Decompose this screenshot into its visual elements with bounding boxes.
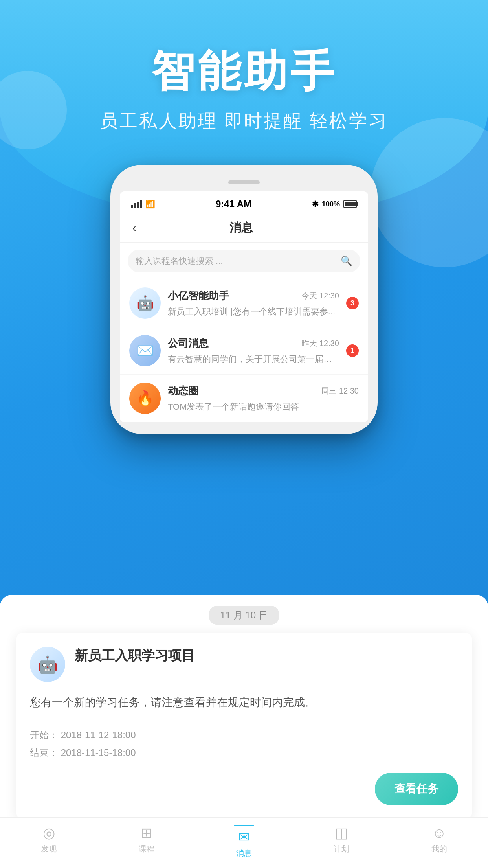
phone-speaker [228, 180, 260, 184]
battery-percent: 100% [322, 200, 340, 208]
message-content-0: 小亿智能助手 今天 12:30 新员工入职培训 |您有一个线下培训需要参... [168, 289, 339, 318]
message-name-1: 公司消息 [168, 337, 209, 350]
nav-label-discover: 发现 [41, 844, 57, 854]
hero-title: 智能助手 [0, 47, 488, 95]
nav-label-courses: 课程 [139, 844, 154, 854]
avatar-fire: 🔥 [129, 383, 161, 414]
message-time-2: 周三 12:30 [321, 386, 359, 396]
message-content-1: 公司消息 昨天 12:30 有云智慧的同学们，关于开展公司第一届上... [168, 337, 339, 365]
wifi-icon: 📶 [145, 199, 155, 209]
notif-start: 开始： 2018-11-12-18:00 [30, 726, 458, 744]
notif-card-title: 新员工入职学习项目 [75, 647, 195, 664]
nav-label-mine: 我的 [431, 844, 447, 854]
phone-screen: 📶 9:41 AM ✱ 100% ‹ 消息 输入课程名快速搜 [120, 191, 368, 422]
hero-subtitle: 员工私人助理 即时提醒 轻松学习 [0, 109, 488, 133]
signal-bars-icon [131, 200, 142, 208]
date-badge: 11 月 10 日 [0, 595, 488, 633]
notif-end-label: 结束： [30, 747, 58, 758]
notif-start-value: 2018-11-12-18:00 [61, 730, 136, 740]
nav-item-discover[interactable]: ◎ 发现 [0, 818, 97, 868]
hero-section: 智能助手 员工私人助理 即时提醒 轻松学习 [0, 0, 488, 133]
badge-0: 3 [346, 297, 359, 309]
bluetooth-icon: ✱ [312, 199, 319, 209]
phone-mockup: 📶 9:41 AM ✱ 100% ‹ 消息 输入课程名快速搜 [110, 165, 378, 434]
nav-label-messages: 消息 [236, 848, 252, 859]
nav-active-indicator [234, 825, 254, 826]
signal-bar-2 [134, 203, 136, 208]
status-right: ✱ 100% [312, 199, 357, 209]
signal-bar-4 [140, 200, 142, 208]
courses-icon: ⊞ [141, 825, 152, 841]
status-left: 📶 [131, 199, 155, 209]
mine-icon: ☺ [432, 825, 446, 841]
nav-label-plan: 计划 [334, 844, 349, 854]
search-placeholder: 输入课程名快速搜索 ... [136, 255, 336, 267]
discover-icon: ◎ [43, 825, 55, 841]
nav-item-mine[interactable]: ☺ 我的 [391, 818, 488, 868]
message-preview-1: 有云智慧的同学们，关于开展公司第一届上... [168, 353, 339, 365]
message-item-2[interactable]: 🔥 动态圈 周三 12:30 TOM发表了一个新话题邀请你回答 [120, 375, 368, 422]
message-preview-0: 新员工入职培训 |您有一个线下培训需要参... [168, 306, 339, 318]
notification-card: 🤖 新员工入职学习项目 您有一个新的学习任务，请注意查看并在规定时间内完成。 开… [16, 633, 472, 819]
messages-icon: ✉ [238, 829, 250, 846]
avatar-mail: ✉️ [129, 335, 161, 366]
white-card: 11 月 10 日 🤖 新员工入职学习项目 您有一个新的学习任务，请注意查看并在… [0, 595, 488, 868]
nav-item-courses[interactable]: ⊞ 课程 [97, 818, 195, 868]
bottom-nav: ◎ 发现 ⊞ 课程 ✉ 消息 ◫ 计划 ☺ 我的 [0, 817, 488, 868]
message-list: 🤖 小亿智能助手 今天 12:30 新员工入职培训 |您有一个线下培训需要参..… [120, 280, 368, 422]
signal-bar-1 [131, 205, 133, 208]
nav-item-plan[interactable]: ◫ 计划 [293, 818, 390, 868]
search-bar[interactable]: 输入课程名快速搜索 ... 🔍 [128, 250, 360, 272]
message-header-2: 动态圈 周三 12:30 [168, 384, 359, 398]
search-container: 输入课程名快速搜索 ... 🔍 [120, 243, 368, 280]
search-icon: 🔍 [341, 256, 352, 267]
message-name-2: 动态圈 [168, 384, 198, 398]
signal-bar-3 [137, 202, 139, 208]
badge-1: 1 [346, 344, 359, 357]
message-header-0: 小亿智能助手 今天 12:30 [168, 289, 339, 303]
status-bar: 📶 9:41 AM ✱ 100% [120, 191, 368, 213]
status-time: 9:41 AM [216, 199, 251, 210]
message-name-0: 小亿智能助手 [168, 289, 229, 303]
phone-wrapper: 📶 9:41 AM ✱ 100% ‹ 消息 输入课程名快速搜 [0, 165, 488, 434]
phone-notch [120, 177, 368, 188]
nav-bar: ‹ 消息 [120, 213, 368, 243]
notification-header: 🤖 新员工入职学习项目 [30, 647, 458, 682]
notif-end: 结束： 2018-11-15-18:00 [30, 744, 458, 762]
message-time-1: 昨天 12:30 [301, 338, 339, 349]
notif-avatar: 🤖 [30, 647, 65, 682]
date-pill: 11 月 10 日 [209, 606, 279, 625]
message-header-1: 公司消息 昨天 12:30 [168, 337, 339, 350]
notif-start-label: 开始： [30, 730, 58, 740]
avatar-robot: 🤖 [129, 287, 161, 319]
message-item-1[interactable]: ✉️ 公司消息 昨天 12:30 有云智慧的同学们，关于开展公司第一届上... … [120, 327, 368, 375]
notif-meta: 开始： 2018-11-12-18:00 结束： 2018-11-15-18:0… [30, 726, 458, 762]
notif-footer: 查看任务 [30, 773, 458, 805]
nav-title: 消息 [139, 220, 343, 236]
back-button[interactable]: ‹ [129, 220, 139, 236]
view-task-button[interactable]: 查看任务 [375, 773, 458, 805]
message-time-0: 今天 12:30 [301, 291, 339, 301]
message-preview-2: TOM发表了一个新话题邀请你回答 [168, 401, 359, 413]
message-content-2: 动态圈 周三 12:30 TOM发表了一个新话题邀请你回答 [168, 384, 359, 413]
battery-icon [343, 200, 357, 208]
notif-body: 您有一个新的学习任务，请注意查看并在规定时间内完成。 [30, 693, 458, 712]
message-item-0[interactable]: 🤖 小亿智能助手 今天 12:30 新员工入职培训 |您有一个线下培训需要参..… [120, 280, 368, 327]
nav-item-messages[interactable]: ✉ 消息 [195, 818, 293, 868]
plan-icon: ◫ [335, 825, 348, 841]
notif-end-value: 2018-11-15-18:00 [61, 747, 136, 758]
